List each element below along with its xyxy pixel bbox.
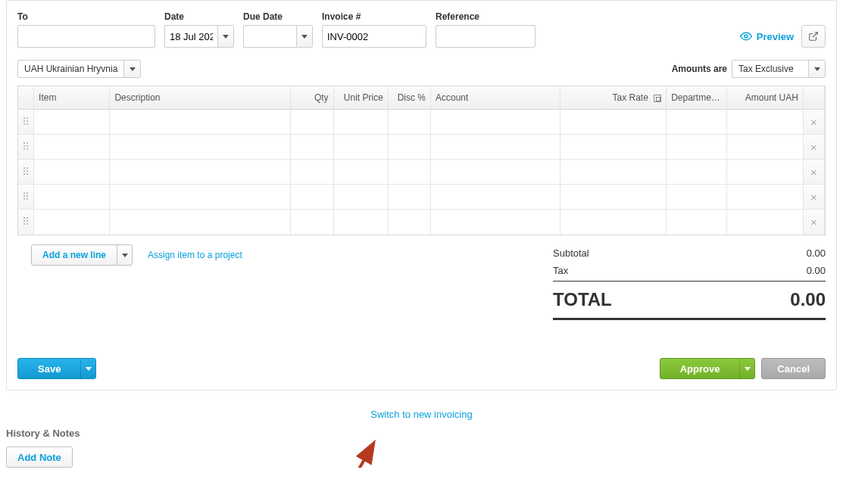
cell-account[interactable] [431,210,560,235]
amounts-are-selected: Tax Exclusive [732,61,808,77]
cell-qty[interactable] [291,160,333,185]
cell-item[interactable] [34,210,110,235]
to-field: To [17,11,155,48]
cell-department[interactable] [667,160,727,185]
cell-unit-price[interactable] [334,160,389,185]
cell-disc[interactable] [389,110,431,135]
delete-row-button[interactable]: × [804,185,825,210]
cell-amount[interactable] [727,135,803,160]
due-date-input[interactable] [243,25,296,48]
drag-handle[interactable] [18,185,34,210]
delete-row-button[interactable]: × [804,135,825,160]
drag-handle[interactable] [18,110,34,135]
cell-qty[interactable] [291,135,333,160]
cell-item[interactable] [34,135,110,160]
cell-account[interactable] [431,110,560,135]
drag-handle[interactable] [18,210,34,235]
cell-disc[interactable] [389,185,431,210]
cell-disc[interactable] [389,160,431,185]
drag-handle[interactable] [18,160,34,185]
cell-account[interactable] [431,160,560,185]
approve-button[interactable]: Approve [660,358,756,379]
col-qty: Qty [291,86,333,110]
cell-department[interactable] [667,110,727,135]
cell-disc[interactable] [389,210,431,235]
date-picker-button[interactable] [217,25,234,48]
cell-account[interactable] [431,185,560,210]
cell-department[interactable] [667,185,727,210]
amounts-are-select[interactable]: Tax Exclusive [732,60,826,78]
cell-account[interactable] [431,135,560,160]
currency-selected: UAH Ukrainian Hryvnia [18,61,123,77]
cell-qty[interactable] [291,210,333,235]
amounts-are: Amounts are Tax Exclusive [672,60,826,78]
to-input[interactable] [17,25,155,48]
external-link-icon [808,31,819,42]
cell-amount[interactable] [727,160,803,185]
history-notes: History & Notes Add Note [6,428,837,468]
date-input[interactable] [164,25,217,48]
table-header-row: Item Description Qty Unit Price Disc % A… [18,86,825,110]
external-button[interactable] [801,25,826,48]
delete-row-button[interactable]: × [804,210,825,235]
cell-tax-rate[interactable] [560,185,667,210]
cell-qty[interactable] [291,110,333,135]
cancel-button[interactable]: Cancel [761,358,826,379]
cell-unit-price[interactable] [334,135,389,160]
cell-amount[interactable] [727,110,803,135]
cell-department[interactable] [667,210,727,235]
invoice-no-input[interactable] [322,25,426,48]
close-icon: × [810,191,817,204]
cell-unit-price[interactable] [334,185,389,210]
add-note-button[interactable]: Add Note [6,446,73,468]
to-label: To [17,11,155,22]
due-date-field: Due Date [243,11,313,48]
add-line-button[interactable]: Add a new line [31,244,133,266]
delete-row-button[interactable]: × [804,110,825,135]
save-button[interactable]: Save [17,358,96,379]
cell-description[interactable] [110,185,291,210]
cell-department[interactable] [667,135,727,160]
cell-description[interactable] [110,160,291,185]
add-line-dropdown[interactable] [117,245,132,265]
cell-amount[interactable] [727,185,803,210]
drag-icon [23,191,29,201]
date-field: Date [164,11,234,48]
tax-row: Tax 0.00 [553,262,826,279]
cell-tax-rate[interactable] [560,210,667,235]
cell-item[interactable] [34,160,110,185]
cell-description[interactable] [110,210,291,235]
chevron-down-icon [745,367,751,371]
tax-settings-icon[interactable] [654,95,661,102]
amounts-are-dropdown-button[interactable] [808,61,825,77]
close-icon: × [810,216,817,229]
cell-item[interactable] [34,185,110,210]
cell-tax-rate[interactable] [560,110,667,135]
chevron-down-icon [301,35,308,39]
cell-unit-price[interactable] [334,210,389,235]
drag-handle[interactable] [18,135,34,160]
delete-row-button[interactable]: × [804,160,825,185]
approve-label: Approve [660,359,740,378]
approve-dropdown[interactable] [739,359,754,378]
date-label: Date [164,11,234,22]
preview-link[interactable]: Preview [740,30,794,42]
save-dropdown[interactable] [80,359,95,378]
cell-description[interactable] [110,135,291,160]
col-unit-price: Unit Price [334,86,389,110]
currency-select[interactable]: UAH Ukrainian Hryvnia [17,60,141,78]
col-amount: Amount UAH [727,86,803,110]
cell-tax-rate[interactable] [560,160,667,185]
cell-unit-price[interactable] [334,110,389,135]
cell-amount[interactable] [727,210,803,235]
cell-description[interactable] [110,110,291,135]
cell-qty[interactable] [291,185,333,210]
cell-item[interactable] [34,110,110,135]
switch-invoicing-link[interactable]: Switch to new invoicing [370,409,472,420]
assign-project-link[interactable]: Assign item to a project [148,250,242,260]
cell-disc[interactable] [389,135,431,160]
due-date-picker-button[interactable] [296,25,313,48]
reference-input[interactable] [436,25,535,48]
cell-tax-rate[interactable] [560,135,667,160]
currency-dropdown-button[interactable] [123,61,140,77]
